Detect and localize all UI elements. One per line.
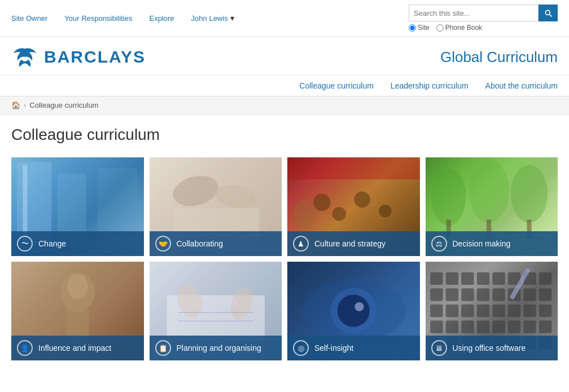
svg-point-40 <box>354 302 364 311</box>
search-area: Site Phone Book <box>409 5 558 32</box>
card-icon-decision: ⚖ <box>431 236 447 252</box>
svg-rect-63 <box>507 305 520 317</box>
card-text-decision: Decision making <box>453 239 511 248</box>
curriculum-card-office[interactable]: 🖥Using office software <box>426 262 558 360</box>
curriculum-card-influence[interactable]: 👤Influence and impact <box>11 262 144 360</box>
page-content: Colleague curriculum 〜Change 🤝Collaborat… <box>0 114 569 377</box>
top-navigation: Site Owner Your Responsibilities Explore… <box>0 0 569 37</box>
breadcrumb-current: Colleague curriculum <box>29 101 98 109</box>
svg-rect-58 <box>430 305 443 317</box>
curriculum-card-culture[interactable]: ♟Culture and strategy <box>287 157 420 256</box>
svg-point-14 <box>354 191 370 208</box>
card-icon-influence: 👤 <box>17 340 33 356</box>
svg-point-17 <box>293 200 316 228</box>
john-lewis-dropdown[interactable]: John Lewis ▾ <box>191 14 234 23</box>
search-radio-options: Site Phone Book <box>409 24 482 32</box>
svg-rect-43 <box>445 272 458 285</box>
svg-rect-50 <box>430 288 443 301</box>
svg-rect-54 <box>492 288 505 301</box>
card-text-culture: Culture and strategy <box>314 239 386 248</box>
chevron-down-icon: ▾ <box>230 14 234 23</box>
card-icon-culture: ♟ <box>293 236 309 252</box>
radio-phonebook-label[interactable]: Phone Book <box>436 24 482 32</box>
svg-rect-60 <box>461 305 474 317</box>
card-text-influence: Influence and impact <box>38 343 111 353</box>
card-icon-collaborating: 🤝 <box>155 236 171 252</box>
curriculum-card-change[interactable]: 〜Change <box>11 157 144 256</box>
svg-rect-52 <box>461 288 474 301</box>
curriculum-card-planning[interactable]: 📋Planning and organising <box>150 262 282 360</box>
site-title: Global Curriculum <box>440 49 558 66</box>
svg-rect-16 <box>287 157 420 179</box>
svg-point-1 <box>24 50 25 51</box>
your-responsibilities-link[interactable]: Your Responsibilities <box>64 14 132 23</box>
svg-point-19 <box>431 168 466 226</box>
svg-rect-56 <box>523 288 536 301</box>
curriculum-grid: 〜Change 🤝Collaborating ♟Culture and stra… <box>11 157 558 360</box>
svg-rect-61 <box>476 305 489 317</box>
svg-rect-44 <box>461 272 474 285</box>
svg-point-12 <box>313 194 331 212</box>
breadcrumb: 🏠 › Colleague curriculum <box>0 96 569 114</box>
site-owner-link[interactable]: Site Owner <box>11 14 47 23</box>
breadcrumb-home[interactable]: 🏠 <box>11 101 20 109</box>
radio-phonebook-text: Phone Book <box>445 24 482 32</box>
john-lewis-link[interactable]: John Lewis <box>191 14 228 23</box>
card-icon-planning: 📋 <box>155 340 171 356</box>
card-icon-change: 〜 <box>17 236 33 252</box>
main-navigation: Colleague curriculum Leadership curricul… <box>0 76 569 96</box>
card-text-office: Using office software <box>453 343 526 353</box>
curriculum-card-collaborating[interactable]: 🤝Collaborating <box>150 157 282 256</box>
card-text-collaborating: Collaborating <box>177 239 224 248</box>
card-label-collaborating: 🤝Collaborating <box>150 231 282 256</box>
svg-rect-45 <box>476 272 489 285</box>
svg-rect-68 <box>461 320 474 333</box>
search-button[interactable] <box>539 5 558 21</box>
card-label-decision: ⚖Decision making <box>426 231 558 256</box>
svg-rect-65 <box>539 305 551 317</box>
card-text-planning: Planning and organising <box>177 343 261 353</box>
card-icon-office: 🖥 <box>431 340 447 356</box>
svg-rect-66 <box>430 320 443 333</box>
radio-site[interactable] <box>409 24 416 32</box>
svg-rect-4 <box>23 165 27 240</box>
search-row <box>409 5 558 21</box>
svg-rect-62 <box>492 305 505 317</box>
svg-rect-46 <box>492 272 505 285</box>
svg-rect-70 <box>492 320 505 333</box>
about-curriculum-nav[interactable]: About the curriculum <box>485 81 558 90</box>
curriculum-card-decision[interactable]: ⚖Decision making <box>426 157 558 256</box>
svg-point-21 <box>469 159 509 222</box>
svg-point-23 <box>510 165 547 223</box>
card-label-change: 〜Change <box>11 231 144 256</box>
search-input[interactable] <box>409 5 539 21</box>
barclays-eagle-logo <box>11 43 38 71</box>
svg-rect-53 <box>476 288 489 301</box>
svg-rect-49 <box>539 272 551 285</box>
svg-rect-51 <box>445 288 458 301</box>
radio-phonebook[interactable] <box>436 24 444 32</box>
svg-rect-42 <box>430 272 443 285</box>
explore-link[interactable]: Explore <box>150 14 174 23</box>
radio-site-text: Site <box>418 24 430 32</box>
barclays-logo-text: BARCLAYS <box>44 47 146 67</box>
svg-point-15 <box>379 205 391 217</box>
card-text-change: Change <box>38 239 66 248</box>
page-title: Colleague curriculum <box>11 126 558 144</box>
svg-rect-64 <box>523 305 536 317</box>
card-label-influence: 👤Influence and impact <box>11 336 144 360</box>
leadership-curriculum-nav[interactable]: Leadership curriculum <box>391 81 469 90</box>
svg-point-29 <box>67 274 88 299</box>
site-header: BARCLAYS Global Curriculum <box>0 37 569 76</box>
colleague-curriculum-nav[interactable]: Colleague curriculum <box>299 81 374 90</box>
svg-rect-57 <box>539 288 551 301</box>
radio-site-label[interactable]: Site <box>409 24 430 32</box>
card-icon-selfinsight: ◎ <box>293 340 309 356</box>
svg-rect-69 <box>476 320 489 333</box>
svg-rect-59 <box>445 305 458 317</box>
svg-rect-71 <box>507 320 520 333</box>
svg-point-13 <box>332 207 346 221</box>
card-text-selfinsight: Self-insight <box>314 343 353 353</box>
svg-point-39 <box>338 294 370 327</box>
curriculum-card-selfinsight[interactable]: ◎Self-insight <box>287 262 420 360</box>
